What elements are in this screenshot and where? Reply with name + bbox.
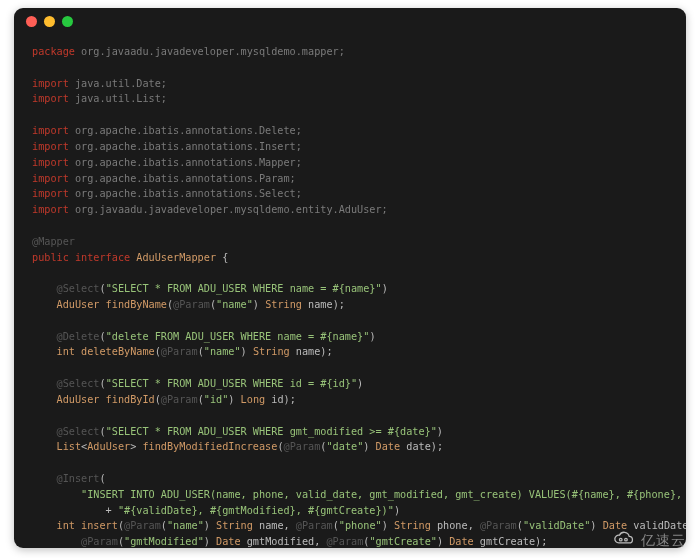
sql-string: "delete FROM ADU_USER WHERE name = #{nam… [106,331,370,342]
svg-point-0 [619,538,622,541]
keyword-import: import [32,204,69,215]
method-insert: insert [75,520,118,531]
code-window: package org.javaadu.javadeveloper.mysqld… [14,8,686,548]
sql-string: "INSERT INTO ADU_USER(name, phone, valid… [81,489,686,500]
keyword-import: import [32,93,69,104]
import-path: org.apache.ibatis.annotations.Select; [69,188,302,199]
annotation-delete: @Delete [57,331,100,342]
import-path: java.util.Date; [69,78,167,89]
zoom-icon[interactable] [62,16,73,27]
minimize-icon[interactable] [44,16,55,27]
annotation-param: @Param [161,394,198,405]
sql-string: "SELECT * FROM ADU_USER WHERE gmt_modifi… [106,426,437,437]
sql-string: "SELECT * FROM ADU_USER WHERE id = #{id}… [106,378,357,389]
keyword-import: import [32,157,69,168]
keyword-import: import [32,78,69,89]
code-editor: package org.javaadu.javadeveloper.mysqld… [14,34,686,548]
import-path: org.apache.ibatis.annotations.Mapper; [69,157,302,168]
annotation-select: @Select [57,426,100,437]
keyword-import: import [32,141,69,152]
close-icon[interactable] [26,16,37,27]
interface-name: AduUserMapper [130,252,222,263]
watermark-text: 亿速云 [641,532,686,550]
svg-point-1 [625,538,628,541]
keyword-import: import [32,188,69,199]
annotation-mapper: @Mapper [32,236,75,247]
annotation-param: @Param [161,346,198,357]
import-path: java.util.List; [69,93,167,104]
cloud-icon [611,530,637,552]
keyword-public: public [32,252,69,263]
sql-string: "#{validDate}, #{gmtModified}, #{gmtCrea… [118,505,394,516]
annotation-param: @Param [173,299,210,310]
annotation-select: @Select [57,283,100,294]
method-deleteByName: deleteByName [75,346,155,357]
return-type: AduUser [57,299,100,310]
import-path: org.apache.ibatis.annotations.Delete; [69,125,302,136]
import-path: org.apache.ibatis.annotations.Param; [69,173,296,184]
window-titlebar [14,8,686,34]
annotation-param: @Param [284,441,321,452]
keyword-import: import [32,125,69,136]
keyword-interface: interface [69,252,130,263]
return-type: AduUser [57,394,100,405]
keyword-package: package [32,46,75,57]
package-path: org.javaadu.javadeveloper.mysqldemo.mapp… [75,46,345,57]
sql-string: "SELECT * FROM ADU_USER WHERE name = #{n… [106,283,382,294]
import-path: org.apache.ibatis.annotations.Insert; [69,141,302,152]
watermark: 亿速云 [611,530,686,552]
annotation-insert: @Insert [57,473,100,484]
method-findByModifiedIncrease: findByModifiedIncrease [136,441,277,452]
return-type: int [57,346,75,357]
import-path: org.javaadu.javadeveloper.mysqldemo.enti… [69,204,388,215]
brace: { [222,252,228,263]
method-findById: findById [99,394,154,405]
keyword-import: import [32,173,69,184]
method-findByName: findByName [99,299,166,310]
annotation-select: @Select [57,378,100,389]
